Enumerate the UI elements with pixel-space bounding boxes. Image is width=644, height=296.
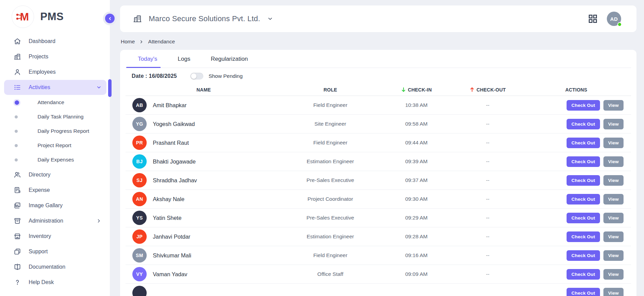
check-out-value: -- xyxy=(447,252,528,258)
table-row: YS Yatin Shete Pre-Sales Executive 09:29… xyxy=(126,209,631,227)
show-pending-toggle[interactable] xyxy=(190,73,203,80)
check-out-button[interactable]: Check Out xyxy=(567,213,600,223)
sidebar-item-label: Administration xyxy=(29,218,63,224)
sidebar-item-employees[interactable]: Employees xyxy=(4,65,106,80)
check-out-button[interactable]: Check Out xyxy=(567,231,600,242)
sidebar-subitem-daily-task-planning[interactable]: Daily Task Planning xyxy=(0,110,110,124)
check-out-value: -- xyxy=(447,177,528,183)
check-out-button[interactable]: Check Out xyxy=(567,138,600,148)
view-button[interactable]: View xyxy=(603,156,624,167)
chevron-down-icon xyxy=(267,16,273,22)
sidebar-subitem-project-report[interactable]: Project Report xyxy=(0,138,110,153)
tab-logs[interactable]: Logs xyxy=(176,56,192,68)
sidebar-item-activities[interactable]: Activities xyxy=(4,80,106,95)
sidebar-item-documentation[interactable]: Documentation xyxy=(4,259,106,274)
sidebar-item-support[interactable]: Support xyxy=(4,244,106,259)
sidebar-item-projects[interactable]: Projects xyxy=(4,49,106,64)
row-avatar: SJ xyxy=(132,173,147,187)
column-check-out[interactable]: CHECK-OUT xyxy=(447,87,528,93)
svg-text:M: M xyxy=(20,11,29,23)
employee-name: Vaman Yadav xyxy=(153,271,187,278)
view-button[interactable]: View xyxy=(603,231,624,242)
check-in-time: 09:30 AM xyxy=(386,196,447,202)
sidebar-subitem-daily-expenses[interactable]: Daily Expenses xyxy=(0,153,110,167)
tab-regularization[interactable]: Regularization xyxy=(209,56,250,68)
check-in-time: 10:38 AM xyxy=(386,102,447,108)
receipt-icon xyxy=(14,186,21,194)
employee-role: Pre-Sales Executive xyxy=(275,177,385,183)
view-button[interactable]: View xyxy=(603,269,624,280)
check-in-time: 09:28 AM xyxy=(386,234,447,240)
view-button[interactable]: View xyxy=(603,194,624,205)
app-title: PMS xyxy=(40,11,64,23)
building-icon xyxy=(133,14,142,23)
tab-todays[interactable]: Today's xyxy=(136,56,159,68)
table-row: SJ Shraddha Jadhav Pre-Sales Executive 0… xyxy=(126,171,631,190)
check-out-button[interactable]: Check Out xyxy=(567,175,600,186)
check-in-time: 09:44 AM xyxy=(386,140,447,146)
sidebar-item-image-gallary[interactable]: Image Gallary xyxy=(4,198,106,213)
view-button[interactable]: View xyxy=(603,100,624,111)
sidebar-item-directory[interactable]: Directory xyxy=(4,167,106,182)
sidebar-item-label: Projects xyxy=(29,54,48,60)
sidebar-item-help-desk[interactable]: Help Desk xyxy=(4,275,106,290)
row-avatar xyxy=(132,286,147,296)
row-avatar: BJ xyxy=(132,154,147,169)
check-out-button[interactable]: Check Out xyxy=(567,100,600,111)
employee-name: Akshay Nale xyxy=(153,196,185,202)
sidebar-item-label: Activities xyxy=(29,84,50,90)
column-role: ROLE xyxy=(275,87,385,93)
view-button[interactable]: View xyxy=(603,175,624,186)
filter-row: Date : 16/08/2025 Show Pending xyxy=(126,68,631,84)
check-out-button[interactable]: Check Out xyxy=(567,194,600,205)
view-button[interactable]: View xyxy=(603,119,624,129)
table-row: BJ Bhakti Jogawade Estimation Engineer 0… xyxy=(126,152,631,171)
check-out-button[interactable]: Check Out xyxy=(567,156,600,167)
row-avatar: AN xyxy=(132,192,147,206)
row-avatar: VY xyxy=(132,267,147,281)
check-in-time: 09:09 AM xyxy=(386,271,447,277)
sidebar-subitem-attendance[interactable]: Attendance xyxy=(0,95,110,110)
gallery-icon xyxy=(14,202,21,209)
users-icon xyxy=(14,171,21,179)
bullet-dot-icon xyxy=(15,100,19,105)
column-actions: ACTIONS xyxy=(528,87,624,93)
company-logo-icon: M xyxy=(12,5,34,28)
sidebar-item-administration[interactable]: Administration xyxy=(4,213,106,228)
view-button[interactable]: View xyxy=(603,213,624,223)
column-check-in[interactable]: CHECK-IN xyxy=(386,87,447,93)
check-out-button[interactable]: Check Out xyxy=(567,269,600,280)
apps-grid-icon[interactable] xyxy=(588,14,597,23)
table-body: AB Amit Bhapkar Field Engineer 10:38 AM … xyxy=(126,96,631,296)
sidebar-item-inventory[interactable]: Inventory xyxy=(4,229,106,244)
check-out-button[interactable]: Check Out xyxy=(567,250,600,261)
company-selector[interactable]: Marco Secure Solutions Pvt. Ltd. xyxy=(133,14,273,23)
view-button[interactable]: View xyxy=(603,288,624,296)
sidebar-item-label: Inventory xyxy=(29,233,51,239)
check-out-value: -- xyxy=(447,271,528,277)
view-button[interactable]: View xyxy=(603,250,624,261)
employee-name: Amit Bhapkar xyxy=(153,102,187,109)
employee-role: Pre-Sales Executive xyxy=(275,215,385,221)
sidebar-nav: DashboardProjectsEmployeesActivitiesAtte… xyxy=(0,31,110,290)
sidebar-item-dashboard[interactable]: Dashboard xyxy=(4,34,106,49)
breadcrumb: Home Attendance xyxy=(121,39,636,45)
employee-role: Project Coordinator xyxy=(275,196,385,202)
active-section-indicator xyxy=(108,79,112,97)
sidebar-subitem-daily-progress-report[interactable]: Daily Progress Report xyxy=(0,124,110,138)
check-in-time: 09:16 AM xyxy=(386,252,447,258)
row-avatar: JP xyxy=(132,229,147,244)
table-row: VY Vaman Yadav Office Staff 09:09 AM -- … xyxy=(126,265,631,284)
sidebar-item-label: Documentation xyxy=(29,264,65,270)
view-button[interactable]: View xyxy=(603,138,624,148)
check-out-button[interactable]: Check Out xyxy=(567,119,600,129)
breadcrumb-home[interactable]: Home xyxy=(121,39,135,45)
table-row: YG Yogesh Gaikwad Site Engineer 09:58 AM… xyxy=(126,115,631,133)
check-out-button[interactable]: Check Out xyxy=(567,288,600,296)
row-avatar: YS xyxy=(132,211,147,225)
sidebar-item-expense[interactable]: Expense xyxy=(4,183,106,198)
chevron-down-icon xyxy=(96,85,102,90)
sidebar-collapse-button[interactable] xyxy=(105,14,115,23)
date-label: Date : 16/08/2025 xyxy=(132,73,177,79)
user-avatar[interactable]: AD xyxy=(607,12,621,26)
